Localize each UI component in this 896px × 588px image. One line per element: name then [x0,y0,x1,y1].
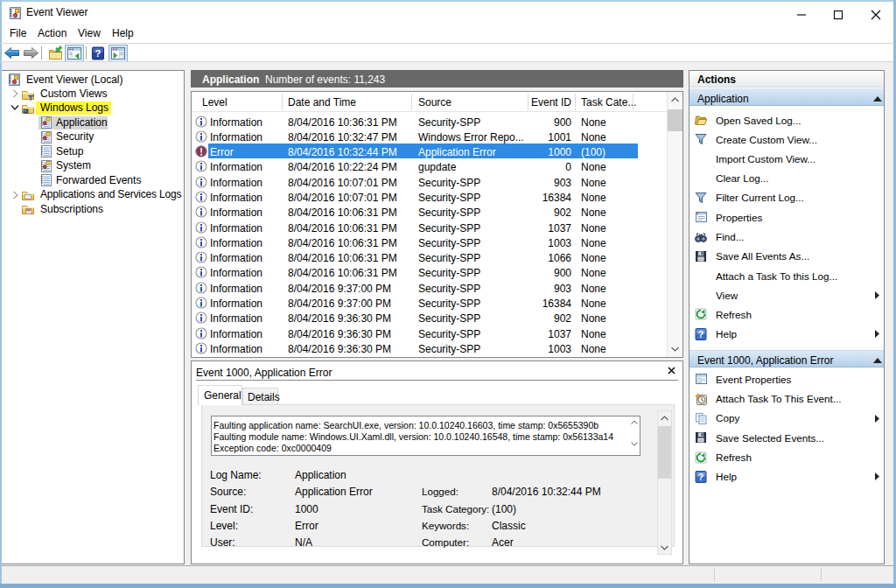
svg-text:?: ? [95,48,102,59]
